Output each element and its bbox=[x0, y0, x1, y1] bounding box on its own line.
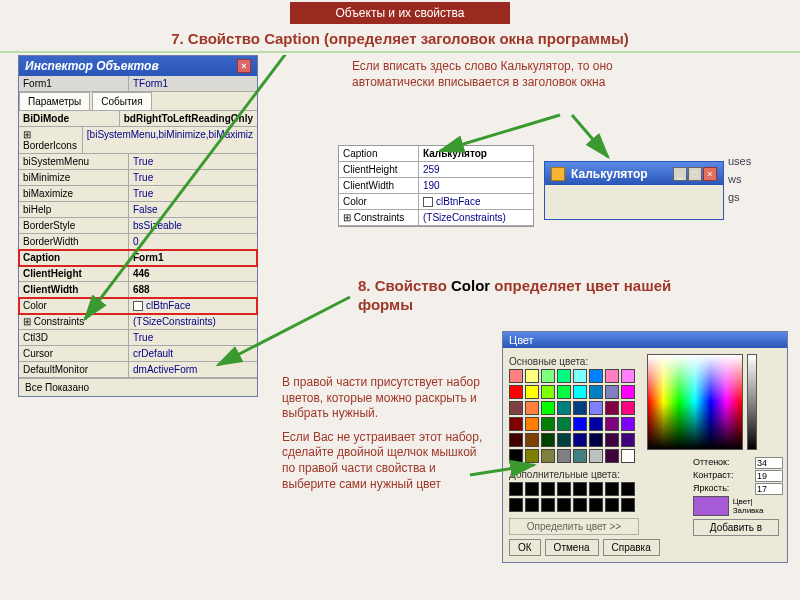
property-value[interactable]: bsSizeable bbox=[129, 218, 257, 233]
color-swatch[interactable] bbox=[525, 449, 539, 463]
color-swatch[interactable] bbox=[573, 401, 587, 415]
color-swatch[interactable] bbox=[525, 369, 539, 383]
color-swatch[interactable] bbox=[589, 498, 603, 512]
close-icon[interactable]: × bbox=[237, 59, 251, 73]
help-button[interactable]: Справка bbox=[603, 539, 660, 556]
property-row[interactable]: ClientWidth688 bbox=[19, 282, 257, 298]
color-swatch[interactable] bbox=[589, 482, 603, 496]
property-row[interactable]: ClientHeight259 bbox=[339, 162, 533, 178]
color-swatch[interactable] bbox=[621, 417, 635, 431]
property-value[interactable]: Калькулятор bbox=[419, 146, 533, 161]
color-spectrum[interactable] bbox=[647, 354, 743, 450]
color-swatch[interactable] bbox=[573, 433, 587, 447]
color-swatch[interactable] bbox=[621, 401, 635, 415]
color-swatch[interactable] bbox=[509, 433, 523, 447]
property-row[interactable]: ⊞ BorderIcons[biSystemMenu,biMinimize,bi… bbox=[19, 127, 257, 154]
add-color-button[interactable]: Добавить в bbox=[693, 519, 779, 536]
property-value[interactable]: crDefault bbox=[129, 346, 257, 361]
property-row[interactable]: ClientHeight446 bbox=[19, 266, 257, 282]
property-row[interactable]: biSystemMenuTrue bbox=[19, 154, 257, 170]
luminance-slider[interactable] bbox=[747, 354, 757, 450]
property-row[interactable]: CaptionForm1 bbox=[19, 250, 257, 266]
ok-button[interactable]: ОК bbox=[509, 539, 541, 556]
color-swatch[interactable] bbox=[541, 369, 555, 383]
color-swatch[interactable] bbox=[605, 401, 619, 415]
color-swatch[interactable] bbox=[541, 498, 555, 512]
color-swatch[interactable] bbox=[573, 498, 587, 512]
sat-input[interactable] bbox=[755, 470, 783, 482]
tab-params[interactable]: Параметры bbox=[19, 92, 90, 110]
color-swatch[interactable] bbox=[509, 449, 523, 463]
color-swatch[interactable] bbox=[621, 482, 635, 496]
property-value[interactable]: False bbox=[129, 202, 257, 217]
color-swatch[interactable] bbox=[541, 417, 555, 431]
color-swatch[interactable] bbox=[541, 482, 555, 496]
color-swatch[interactable] bbox=[557, 401, 571, 415]
color-swatch[interactable] bbox=[621, 369, 635, 383]
property-value[interactable]: (TSizeConstraints) bbox=[419, 210, 533, 225]
color-swatch[interactable] bbox=[621, 498, 635, 512]
color-swatch[interactable] bbox=[525, 401, 539, 415]
property-value[interactable]: True bbox=[129, 170, 257, 185]
property-value[interactable]: 446 bbox=[129, 266, 257, 281]
property-value[interactable]: 0 bbox=[129, 234, 257, 249]
color-swatch[interactable] bbox=[557, 369, 571, 383]
lum-input[interactable] bbox=[755, 483, 783, 495]
color-swatch[interactable] bbox=[525, 385, 539, 399]
property-value[interactable]: True bbox=[129, 154, 257, 169]
property-value[interactable]: clBtnFace bbox=[129, 298, 257, 313]
color-swatch[interactable] bbox=[509, 498, 523, 512]
property-value[interactable]: 688 bbox=[129, 282, 257, 297]
color-swatch[interactable] bbox=[509, 369, 523, 383]
color-swatch[interactable] bbox=[525, 482, 539, 496]
color-swatch[interactable] bbox=[525, 498, 539, 512]
color-swatch[interactable] bbox=[541, 449, 555, 463]
color-swatch[interactable] bbox=[541, 433, 555, 447]
property-value[interactable]: dmActiveForm bbox=[129, 362, 257, 377]
color-swatch[interactable] bbox=[589, 385, 603, 399]
color-swatch[interactable] bbox=[509, 482, 523, 496]
color-swatch[interactable] bbox=[621, 449, 635, 463]
property-row[interactable]: CaptionКалькулятор bbox=[339, 146, 533, 162]
property-value[interactable]: bdRightToLeftReadingOnly bbox=[120, 111, 257, 126]
color-swatch[interactable] bbox=[605, 417, 619, 431]
color-swatch[interactable] bbox=[605, 369, 619, 383]
property-row[interactable]: ColorclBtnFace bbox=[339, 194, 533, 210]
color-swatch[interactable] bbox=[589, 433, 603, 447]
property-row[interactable]: BiDiModebdRightToLeftReadingOnly bbox=[19, 111, 257, 127]
color-swatch[interactable] bbox=[589, 417, 603, 431]
property-row[interactable]: ColorclBtnFace bbox=[19, 298, 257, 314]
sample-form-titlebar[interactable]: Калькулятор _□× bbox=[545, 162, 723, 185]
property-value[interactable]: True bbox=[129, 186, 257, 201]
color-swatch[interactable] bbox=[589, 401, 603, 415]
color-swatch[interactable] bbox=[573, 385, 587, 399]
color-swatch[interactable] bbox=[509, 417, 523, 431]
color-swatch[interactable] bbox=[557, 417, 571, 431]
color-swatch[interactable] bbox=[573, 449, 587, 463]
property-value[interactable]: 190 bbox=[419, 178, 533, 193]
color-swatch[interactable] bbox=[509, 401, 523, 415]
minimize-icon[interactable]: _ bbox=[673, 167, 687, 181]
color-swatch[interactable] bbox=[557, 385, 571, 399]
color-swatch[interactable] bbox=[589, 449, 603, 463]
color-swatch[interactable] bbox=[605, 498, 619, 512]
color-swatch[interactable] bbox=[541, 401, 555, 415]
close-icon[interactable]: × bbox=[703, 167, 717, 181]
property-row[interactable]: DefaultMonitordmActiveForm bbox=[19, 362, 257, 378]
property-row[interactable]: BorderStylebsSizeable bbox=[19, 218, 257, 234]
property-value[interactable]: (TSizeConstraints) bbox=[129, 314, 257, 329]
property-row[interactable]: Ctl3DTrue bbox=[19, 330, 257, 346]
tab-events[interactable]: События bbox=[92, 92, 151, 110]
property-value[interactable]: [biSystemMenu,biMinimize,biMaximiz bbox=[83, 127, 257, 153]
property-row[interactable]: biMinimizeTrue bbox=[19, 170, 257, 186]
color-swatch[interactable] bbox=[541, 385, 555, 399]
hue-input[interactable] bbox=[755, 457, 783, 469]
property-value[interactable]: Form1 bbox=[129, 250, 257, 265]
property-value[interactable]: 259 bbox=[419, 162, 533, 177]
property-row[interactable]: BorderWidth0 bbox=[19, 234, 257, 250]
property-row[interactable]: biMaximizeTrue bbox=[19, 186, 257, 202]
property-value[interactable]: clBtnFace bbox=[419, 194, 533, 209]
property-row[interactable]: CursorcrDefault bbox=[19, 346, 257, 362]
property-row[interactable]: biHelpFalse bbox=[19, 202, 257, 218]
color-swatch[interactable] bbox=[557, 449, 571, 463]
